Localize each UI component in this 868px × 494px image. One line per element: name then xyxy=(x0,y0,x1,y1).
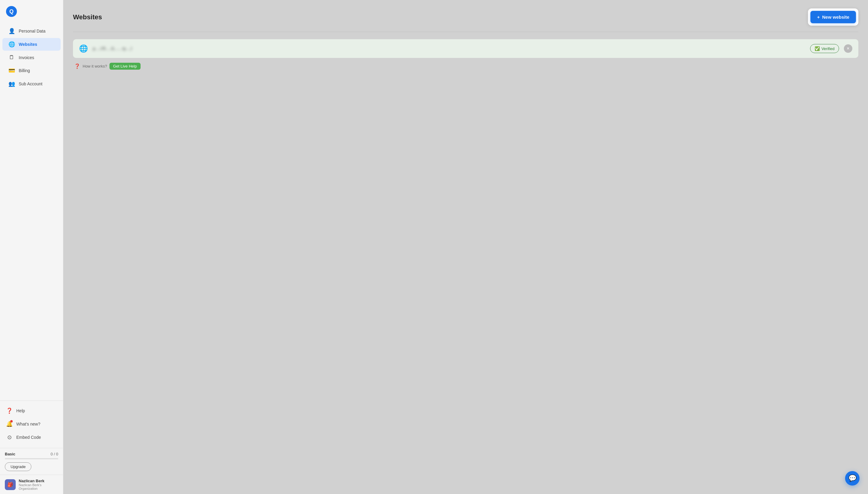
sidebar-item-invoices[interactable]: 🗒 Invoices xyxy=(2,51,61,64)
plan-progress-bar xyxy=(5,458,58,459)
user-org: Nazlican Berk's Organization xyxy=(19,483,58,490)
sidebar-logo[interactable]: Q xyxy=(0,0,63,22)
sidebar-item-label: Websites xyxy=(19,42,37,47)
notification-dot xyxy=(10,420,13,422)
avatar-icon: 🎒 xyxy=(7,482,13,487)
user-info: Nazlican Berk Nazlican Berk's Organizati… xyxy=(19,479,58,490)
sidebar-item-sub-account[interactable]: 👥 Sub Account xyxy=(2,77,61,90)
personal-data-icon: 👤 xyxy=(8,28,15,34)
how-it-works: ❓ How it works? Get Live Help xyxy=(73,63,859,70)
website-row: 🌐 p...://fi....G......ty...,l ✅ Verified… xyxy=(73,39,859,58)
user-section[interactable]: 🎒 Nazlican Berk Nazlican Berk's Organiza… xyxy=(0,475,63,494)
invoices-icon: 🗒 xyxy=(8,54,15,61)
chat-bubble[interactable]: 💬 xyxy=(845,471,860,486)
question-icon: ❓ xyxy=(74,63,80,69)
new-website-button-wrapper: + New website xyxy=(808,8,859,26)
sub-account-icon: 👥 xyxy=(8,80,15,87)
plan-count: 0 / 0 xyxy=(51,452,58,456)
new-website-label: New website xyxy=(822,15,849,20)
avatar: 🎒 xyxy=(5,479,16,490)
sidebar: Q 👤 Personal Data 🌐 Websites 🗒 Invoices … xyxy=(0,0,63,494)
sidebar-item-personal-data[interactable]: 👤 Personal Data xyxy=(2,25,61,37)
header-divider xyxy=(73,32,859,32)
websites-list: 🌐 p...://fi....G......ty...,l ✅ Verified… xyxy=(63,39,868,79)
upgrade-button[interactable]: Upgrade xyxy=(5,462,31,471)
help-icon: ❓ xyxy=(6,407,13,414)
sidebar-bottom: ❓ Help 🔔 What's new? ⊙ Embed Code xyxy=(0,400,63,448)
logo-icon: Q xyxy=(6,6,17,17)
billing-icon: 💳 xyxy=(8,67,15,74)
sidebar-item-label: Sub Account xyxy=(19,81,42,86)
sidebar-item-whats-new[interactable]: 🔔 What's new? xyxy=(2,418,61,430)
verified-badge: ✅ Verified xyxy=(810,44,839,53)
chat-icon: 💬 xyxy=(848,474,856,482)
new-website-button[interactable]: + New website xyxy=(810,11,856,23)
sidebar-nav: 👤 Personal Data 🌐 Websites 🗒 Invoices 💳 … xyxy=(0,22,63,400)
sidebar-item-websites[interactable]: 🌐 Websites xyxy=(2,38,61,51)
how-it-works-text: How it works? xyxy=(83,64,107,69)
main-header: Websites + New website xyxy=(63,0,868,32)
get-live-help-button[interactable]: Get Live Help xyxy=(110,63,140,70)
remove-website-button[interactable]: × xyxy=(844,44,852,53)
embed-icon: ⊙ xyxy=(6,434,13,441)
user-name: Nazlican Berk xyxy=(19,479,58,483)
sidebar-item-embed-code[interactable]: ⊙ Embed Code xyxy=(2,431,61,444)
main-content-area: Websites + New website 🌐 p...://fi....G.… xyxy=(63,0,868,494)
sidebar-item-help[interactable]: ❓ Help xyxy=(2,404,61,417)
sidebar-item-billing[interactable]: 💳 Billing xyxy=(2,64,61,77)
sidebar-item-label: Help xyxy=(16,408,25,413)
verified-label: Verified xyxy=(822,46,834,51)
sidebar-item-label: Invoices xyxy=(19,55,34,60)
sidebar-item-label: Billing xyxy=(19,68,30,73)
plan-section: Basic 0 / 0 Upgrade xyxy=(0,448,63,475)
check-icon: ✅ xyxy=(815,46,820,51)
page-title: Websites xyxy=(73,13,102,21)
plus-icon: + xyxy=(817,15,820,20)
sidebar-item-label: Personal Data xyxy=(19,28,45,34)
globe-icon: 🌐 xyxy=(79,44,88,53)
sidebar-item-label: What's new? xyxy=(16,422,40,426)
sidebar-item-label: Embed Code xyxy=(16,435,41,440)
plan-name: Basic xyxy=(5,452,15,456)
website-url: p...://fi....G......ty...,l xyxy=(93,46,805,51)
close-icon: × xyxy=(847,46,849,51)
websites-icon: 🌐 xyxy=(8,41,15,48)
